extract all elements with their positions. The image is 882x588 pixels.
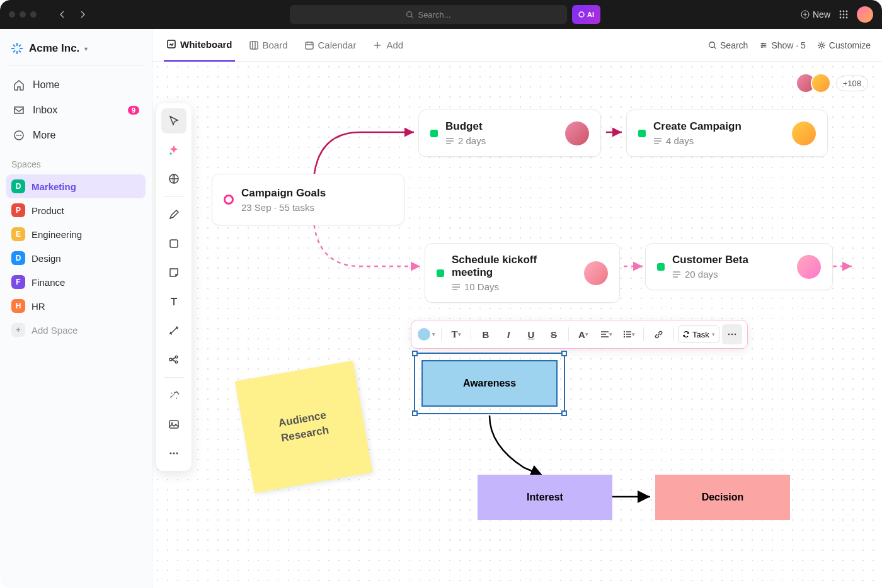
space-label: Design	[32, 253, 61, 264]
view-search[interactable]: Search	[708, 40, 748, 50]
card-budget[interactable]: Budget 2 days	[418, 110, 601, 157]
new-button[interactable]: New	[801, 9, 830, 20]
nav-more[interactable]: More	[6, 123, 146, 148]
whiteboard-canvas[interactable]: +108	[152, 62, 882, 588]
canvas-toolbar	[156, 103, 192, 471]
svg-rect-18	[306, 42, 313, 49]
svg-point-26	[169, 358, 172, 361]
tool-connector[interactable]	[161, 318, 186, 343]
tool-more[interactable]	[161, 441, 186, 466]
tool-pen[interactable]	[161, 202, 186, 227]
svg-point-6	[840, 14, 842, 16]
tool-text[interactable]	[161, 289, 186, 314]
assignee-avatar[interactable]	[584, 261, 608, 285]
tool-web[interactable]	[161, 166, 186, 191]
color-swatch-icon	[418, 328, 430, 341]
fill-color[interactable]: ▾	[416, 324, 437, 344]
sliders-icon	[759, 41, 768, 50]
back-button[interactable]	[55, 8, 69, 21]
sticky-note[interactable]: Audience Research	[235, 361, 372, 493]
flow-interest[interactable]: Interest	[478, 475, 612, 520]
space-item-marketing[interactable]: DMarketing	[6, 174, 146, 198]
assignee-avatar[interactable]	[792, 122, 816, 145]
list-button[interactable]: ▾	[619, 324, 639, 344]
svg-point-27	[175, 356, 178, 358]
view-show[interactable]: Show · 5	[759, 40, 805, 50]
card-kickoff[interactable]: Schedule kickoff meeting 10 Days	[425, 243, 620, 303]
strike-button[interactable]: S	[544, 324, 564, 344]
search-placeholder: Search...	[418, 10, 450, 20]
tool-mindmap[interactable]	[161, 347, 186, 372]
whiteboard-icon	[166, 39, 176, 49]
svg-point-9	[840, 17, 842, 19]
assignee-avatar[interactable]	[565, 122, 589, 145]
card-title: Schedule kickoff meeting	[452, 254, 576, 279]
board-icon	[249, 40, 259, 50]
svg-point-22	[761, 46, 763, 48]
status-icon	[657, 263, 665, 271]
link-icon	[654, 330, 663, 339]
lines-icon	[672, 271, 681, 278]
svg-rect-25	[170, 240, 178, 247]
status-icon	[437, 269, 444, 277]
space-badge: E	[11, 227, 25, 241]
ai-button[interactable]: AI	[572, 5, 600, 24]
global-search[interactable]: Search...	[290, 5, 567, 24]
svg-rect-17	[250, 42, 258, 49]
workspace-name: Acme Inc.	[29, 42, 79, 55]
lines-icon	[445, 137, 454, 145]
space-item-design[interactable]: DDesign	[6, 246, 146, 270]
tool-magic[interactable]	[161, 383, 186, 408]
link-button[interactable]	[648, 324, 668, 344]
sparkle-icon	[578, 11, 585, 18]
align-button[interactable]: ▾	[596, 324, 616, 344]
tab-add[interactable]: Add	[370, 29, 406, 62]
font-family[interactable]: T▾	[446, 324, 466, 344]
italic-button[interactable]: I	[498, 324, 518, 344]
view-customize[interactable]: Customize	[817, 40, 871, 50]
tool-sticky[interactable]	[161, 260, 186, 285]
svg-point-0	[407, 11, 412, 16]
more-collaborators[interactable]: +108	[836, 76, 868, 91]
tool-ai[interactable]	[161, 137, 186, 162]
space-item-finance[interactable]: FFinance	[6, 270, 146, 294]
space-item-product[interactable]: PProduct	[6, 198, 146, 222]
convert-to-task[interactable]: Task▾	[678, 325, 719, 343]
svg-point-1	[579, 12, 584, 17]
selection-frame[interactable]: Awareness	[414, 353, 565, 414]
flow-awareness[interactable]: Awareness	[421, 360, 558, 407]
svg-point-36	[623, 336, 624, 337]
tool-image[interactable]	[161, 412, 186, 437]
card-subtitle: 4 days	[653, 135, 784, 146]
tab-whiteboard[interactable]: Whiteboard	[164, 29, 235, 62]
card-customer-beta[interactable]: Customer Beta 20 days	[645, 243, 833, 290]
tool-pointer[interactable]	[161, 108, 186, 133]
user-avatar[interactable]	[857, 6, 873, 23]
space-item-hr[interactable]: HHR	[6, 294, 146, 318]
card-create-campaign[interactable]: Create Campaign 4 days	[626, 110, 828, 157]
tab-board[interactable]: Board	[246, 29, 290, 62]
avatar[interactable]	[811, 73, 831, 93]
nav-inbox[interactable]: Inbox 9	[6, 98, 146, 123]
underline-button[interactable]: U	[521, 324, 541, 344]
workspace-selector[interactable]: Acme Inc. ▾	[6, 37, 146, 66]
card-campaign-goals[interactable]: Campaign Goals 23 Sep · 55 tasks	[212, 174, 404, 225]
svg-point-13	[16, 135, 18, 136]
tab-calendar[interactable]: Calendar	[302, 29, 359, 62]
bold-button[interactable]: B	[476, 324, 496, 344]
more-options[interactable]	[722, 324, 742, 344]
forward-button[interactable]	[76, 8, 89, 21]
tool-shape[interactable]	[161, 231, 186, 256]
text-color[interactable]: A▾	[573, 324, 593, 344]
flow-decision[interactable]: Decision	[655, 475, 790, 520]
apps-icon[interactable]	[837, 8, 850, 21]
calendar-icon	[304, 40, 314, 50]
home-icon	[13, 79, 25, 91]
nav-home[interactable]: Home	[6, 72, 146, 98]
add-space-button[interactable]: + Add Space	[6, 318, 146, 342]
space-item-engineering[interactable]: EEngineering	[6, 222, 146, 246]
plus-icon: +	[11, 323, 25, 337]
assignee-avatar[interactable]	[797, 255, 821, 279]
card-subtitle: 2 days	[445, 135, 558, 146]
status-ring-icon	[224, 195, 234, 205]
